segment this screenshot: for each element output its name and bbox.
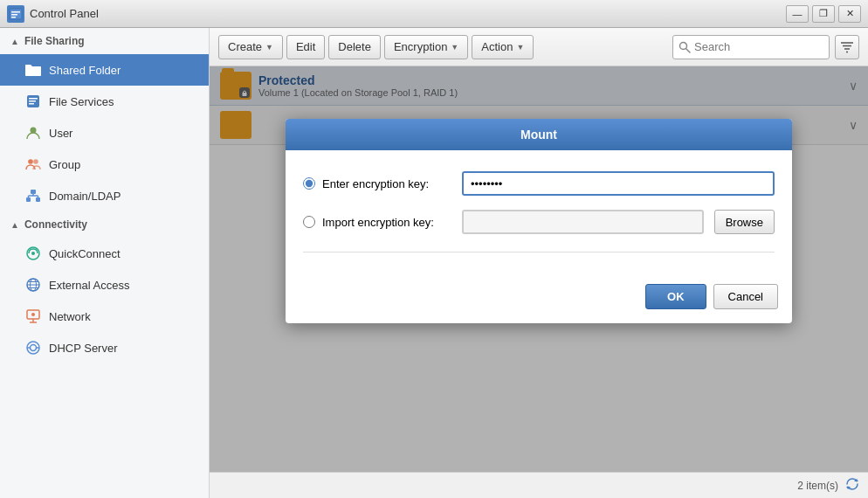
connectivity-section-header[interactable]: ▲ Connectivity	[0, 211, 209, 238]
file-sharing-label: File Sharing	[24, 35, 85, 47]
network-label: Network	[49, 310, 91, 323]
file-sharing-section-header[interactable]: ▲ File Sharing	[0, 28, 209, 54]
browse-button[interactable]: Browse	[714, 210, 775, 234]
modal-footer: OK Cancel	[286, 284, 792, 323]
svg-rect-13	[36, 197, 40, 202]
app-icon	[7, 5, 24, 23]
enter-key-label: Enter encryption key:	[322, 177, 429, 190]
svg-rect-5	[29, 98, 38, 100]
encryption-dropdown-arrow: ▼	[451, 43, 458, 52]
minimize-button[interactable]: —	[786, 5, 809, 23]
svg-rect-3	[11, 17, 16, 18]
modal-overlay: Mount Enter encryption key:	[210, 66, 868, 472]
restore-button[interactable]: ❐	[812, 5, 835, 23]
svg-point-19	[31, 252, 35, 255]
enter-key-radio-label[interactable]: Enter encryption key:	[303, 177, 451, 190]
action-button[interactable]: Action ▼	[472, 35, 534, 59]
sidebar-item-file-services[interactable]: File Services	[0, 86, 209, 117]
main-content: Create ▼ Edit Delete Encryption ▼ Action…	[210, 28, 868, 498]
window-title: Control Panel	[30, 7, 99, 20]
import-key-input	[462, 210, 704, 234]
connectivity-chevron: ▲	[10, 220, 19, 230]
sidebar-item-domain[interactable]: Domain/LDAP	[0, 180, 209, 211]
delete-button[interactable]: Delete	[328, 35, 381, 59]
table-area: Protected Volume 1 (Located on Storage P…	[210, 66, 868, 472]
status-bar: 2 item(s)	[210, 472, 868, 498]
quickconnect-label: QuickConnect	[49, 247, 121, 260]
search-box[interactable]	[672, 35, 830, 59]
mount-modal: Mount Enter encryption key:	[286, 119, 792, 323]
search-input[interactable]	[694, 40, 816, 53]
svg-point-10	[33, 159, 38, 164]
external-access-label: External Access	[49, 279, 130, 292]
import-key-radio[interactable]	[303, 216, 315, 228]
close-button[interactable]: ✕	[838, 5, 861, 23]
title-bar-left: Control Panel	[7, 5, 99, 23]
create-button[interactable]: Create ▼	[218, 35, 283, 59]
sidebar-item-external-access[interactable]: External Access	[0, 269, 209, 301]
sidebar-item-shared-folder[interactable]: Shared Folder	[0, 54, 209, 86]
sidebar-item-dhcp[interactable]: DHCP Server	[0, 332, 209, 363]
import-key-row: Import encryption key: Browse	[303, 210, 775, 234]
svg-rect-11	[31, 190, 36, 194]
domain-icon	[24, 187, 42, 204]
file-sharing-chevron: ▲	[10, 37, 19, 46]
group-label: Group	[49, 158, 80, 171]
svg-rect-12	[26, 197, 31, 202]
sort-button[interactable]	[835, 35, 859, 59]
import-key-label: Import encryption key:	[322, 216, 434, 229]
sidebar-item-quickconnect[interactable]: QuickConnect	[0, 238, 209, 269]
sidebar-item-user[interactable]: User	[0, 117, 209, 149]
edit-button[interactable]: Edit	[286, 35, 325, 59]
action-dropdown-arrow: ▼	[516, 43, 524, 52]
dhcp-label: DHCP Server	[49, 342, 118, 355]
modal-divider	[303, 252, 775, 252]
quickconnect-icon	[24, 245, 42, 262]
svg-line-34	[686, 48, 691, 52]
domain-ldap-label: Domain/LDAP	[49, 190, 121, 203]
file-services-icon	[24, 93, 42, 110]
ok-button[interactable]: OK	[645, 284, 706, 309]
cancel-button[interactable]: Cancel	[713, 284, 778, 309]
toolbar-search	[672, 35, 859, 59]
app-container: ▲ File Sharing Shared Folder Fi	[0, 28, 868, 498]
sidebar-item-network[interactable]: Network	[0, 301, 209, 332]
toolbar: Create ▼ Edit Delete Encryption ▼ Action…	[210, 28, 868, 66]
search-icon	[679, 41, 691, 53]
sidebar: ▲ File Sharing Shared Folder Fi	[0, 28, 210, 498]
user-label: User	[49, 127, 72, 140]
folder-icon	[24, 61, 42, 79]
connectivity-label: Connectivity	[24, 218, 87, 231]
group-icon	[24, 156, 42, 173]
modal-body: Enter encryption key: Import encryption …	[286, 150, 792, 284]
svg-rect-6	[29, 100, 36, 102]
shared-folder-label: Shared Folder	[49, 64, 121, 77]
items-count: 2 item(s)	[797, 480, 838, 492]
encryption-button[interactable]: Encryption ▼	[384, 35, 468, 59]
title-bar: Control Panel — ❐ ✕	[0, 0, 868, 28]
svg-rect-2	[11, 14, 17, 16]
modal-header: Mount	[286, 119, 792, 150]
svg-point-9	[28, 159, 33, 164]
svg-rect-1	[11, 11, 20, 13]
file-services-label: File Services	[49, 95, 114, 108]
create-dropdown-arrow: ▼	[265, 43, 273, 52]
import-key-radio-label[interactable]: Import encryption key:	[303, 216, 451, 229]
network-icon	[24, 308, 42, 325]
sidebar-item-group[interactable]: Group	[0, 149, 209, 180]
svg-rect-7	[29, 103, 34, 105]
enter-key-radio[interactable]	[303, 177, 315, 190]
user-icon	[24, 124, 42, 142]
sort-icon	[840, 41, 854, 53]
encryption-key-input[interactable]	[462, 171, 775, 196]
svg-point-28	[31, 313, 35, 316]
enter-key-row: Enter encryption key:	[303, 171, 775, 196]
refresh-button[interactable]	[845, 477, 859, 495]
window-controls: — ❐ ✕	[786, 5, 861, 23]
svg-point-30	[31, 345, 37, 351]
dhcp-icon	[24, 339, 42, 356]
external-access-icon	[24, 276, 42, 294]
